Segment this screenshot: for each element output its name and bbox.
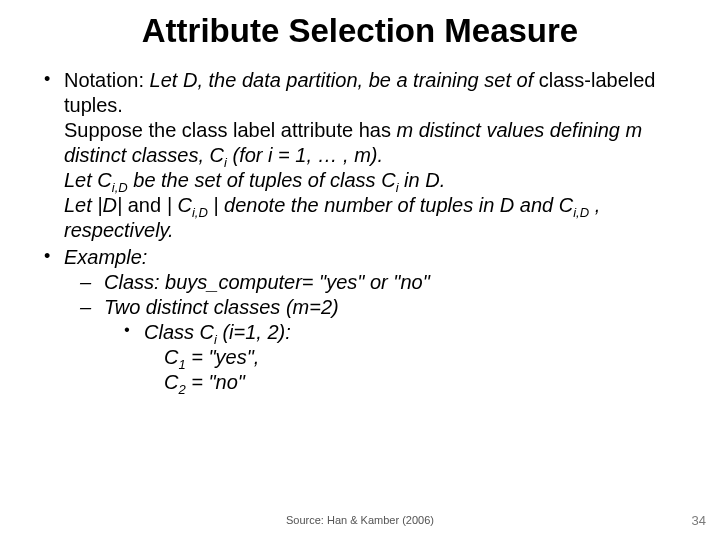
sub-iD-3: i,D: [573, 205, 589, 220]
dash-item-class: Class: buys_computer= "yes" or "no": [80, 270, 690, 295]
inner-a: Class C: [144, 321, 214, 343]
notation-text-3a: Let C: [64, 169, 112, 191]
notation-label: Notation:: [64, 69, 150, 91]
notation-text-2c: (for i = 1, … , m).: [227, 144, 383, 166]
dash2-text: Two distinct classes (m=2): [104, 296, 339, 318]
source-citation: Source: Han & Kamber (2006): [0, 514, 720, 526]
page-number: 34: [692, 513, 706, 528]
slide-content: Notation: Let D, the data partition, be …: [0, 68, 720, 395]
c1-prefix: C: [164, 346, 178, 368]
notation-text-4c: | C: [167, 194, 192, 216]
c1-sub: 1: [178, 357, 185, 372]
inner-bullet-list: Class Ci (i=1, 2): C1 = "yes", C2 = "no": [104, 320, 690, 395]
notation-text-4b: and: [128, 194, 167, 216]
class-definitions: C1 = "yes", C2 = "no": [144, 345, 690, 395]
dash-item-distinct: Two distinct classes (m=2) Class Ci (i=1…: [80, 295, 690, 395]
notation-text-4a: Let |D|: [64, 194, 128, 216]
slide-title: Attribute Selection Measure: [0, 0, 720, 68]
notation-text-2a: Suppose the class label attribute has: [64, 119, 396, 141]
notation-text-1a: Let D, the data partition, be a training…: [150, 69, 539, 91]
main-bullet-list: Notation: Let D, the data partition, be …: [38, 68, 690, 395]
example-label: Example:: [64, 246, 147, 268]
c2-rest: = "no": [186, 371, 245, 393]
dash-list: Class: buys_computer= "yes" or "no" Two …: [64, 270, 690, 395]
c1-rest: = "yes",: [186, 346, 260, 368]
c2-sub: 2: [178, 382, 185, 397]
sub-iD-2: i,D: [192, 205, 208, 220]
sub-iD-1: i,D: [112, 180, 128, 195]
inner-bullet-class: Class Ci (i=1, 2): C1 = "yes", C2 = "no": [124, 320, 690, 395]
c2-prefix: C: [164, 371, 178, 393]
inner-b: (i=1, 2):: [217, 321, 291, 343]
notation-bullet: Notation: Let D, the data partition, be …: [38, 68, 690, 243]
notation-text-3b: be the set of tuples of class C: [128, 169, 396, 191]
notation-text-3c: in D.: [399, 169, 446, 191]
notation-text-4d: | denote the number of tuples in D and C: [208, 194, 573, 216]
example-bullet: Example: Class: buys_computer= "yes" or …: [38, 245, 690, 395]
